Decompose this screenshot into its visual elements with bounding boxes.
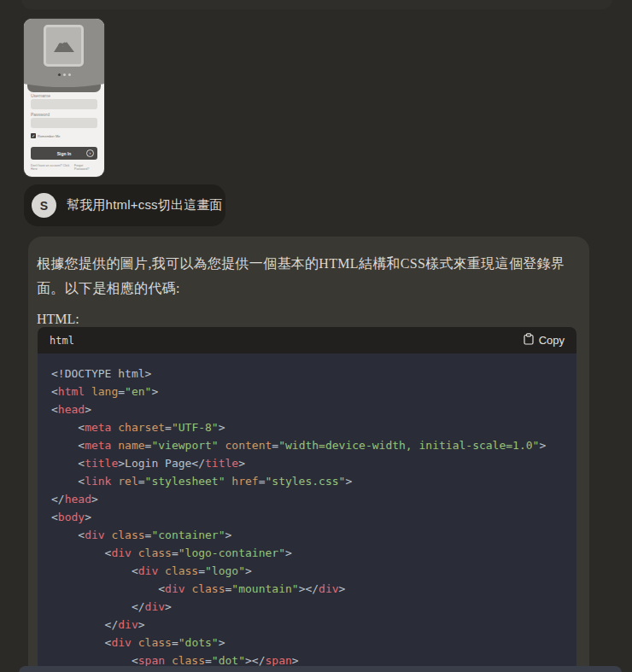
username-label: Username: [31, 93, 104, 98]
copy-button-label: Copy: [539, 334, 565, 347]
signin-button: Sign In ›: [31, 147, 97, 160]
code-line: <head>: [51, 400, 563, 418]
code-intro-label: HTML:: [37, 312, 579, 327]
username-field: [31, 99, 97, 109]
code-language-label: html: [50, 335, 74, 347]
copy-button[interactable]: Copy: [524, 333, 565, 348]
code-block-header: html Copy: [38, 327, 576, 354]
thumbnail-login-form: Username Password ✓ Remember Me Sign In …: [24, 91, 104, 171]
response-paragraph: 根據您提供的圖片,我可以為您提供一個基本的HTML結構和CSS樣式來重現這個登錄…: [37, 251, 579, 301]
code-line: <meta name="viewport" content="width=dev…: [51, 436, 563, 454]
code-block: html Copy <!DOCTYPE html><html lang="en"…: [38, 327, 576, 672]
thumbnail-image-placeholder: [44, 25, 84, 67]
code-line: <div class="logo">: [51, 562, 563, 580]
assistant-response-card: 根據您提供的圖片,我可以為您提供一個基本的HTML結構和CSS樣式來重現這個登錄…: [28, 237, 589, 672]
carousel-dots: [24, 73, 104, 79]
arrow-circle-icon: ›: [86, 149, 94, 157]
chat-input-bar[interactable]: [19, 666, 622, 672]
remember-row: ✓ Remember Me: [31, 133, 104, 138]
clipboard-icon: [524, 333, 534, 348]
code-line: </div>: [51, 598, 563, 616]
thumbnail-footer: Don't have an account? Click Here Forgot…: [31, 164, 97, 171]
password-field: [31, 118, 97, 128]
code-line: <div class="mountain"></div>: [51, 580, 563, 598]
signin-label: Sign In: [57, 151, 72, 156]
carousel-dot: [68, 73, 71, 76]
remember-checkbox: ✓: [31, 133, 36, 138]
carousel-dot: [63, 73, 66, 76]
signup-link-text: Don't have an account? Click Here: [31, 164, 74, 171]
code-line: <meta charset="UTF-8">: [51, 418, 563, 436]
code-line: <body>: [51, 508, 563, 526]
previous-message-cutoff: [21, 0, 612, 9]
user-message-bubble: S 幫我用html+css切出這畫面: [24, 184, 225, 226]
mountain-icon: [46, 27, 81, 64]
forgot-password-text: Forgot Password?: [74, 164, 97, 171]
code-line: <!DOCTYPE html>: [51, 365, 563, 383]
code-line: <html lang="en">: [51, 383, 563, 400]
avatar: S: [32, 193, 56, 218]
carousel-dot: [58, 73, 61, 76]
remember-label: Remember Me: [38, 134, 60, 138]
code-line: <div class="dots">: [51, 634, 563, 652]
password-label: Password: [31, 112, 104, 117]
code-body[interactable]: <!DOCTYPE html><html lang="en"><head> <m…: [38, 354, 576, 672]
attachment-thumbnail[interactable]: Username Password ✓ Remember Me Sign In …: [24, 19, 104, 177]
user-message-text: 幫我用html+css切出這畫面: [67, 197, 223, 213]
code-line: <link rel="stylesheet" href="styles.css"…: [51, 472, 563, 490]
code-line: <title>Login Page</title>: [51, 454, 563, 472]
chat-page: Username Password ✓ Remember Me Sign In …: [0, 0, 632, 672]
code-line: </head>: [51, 490, 563, 508]
code-line: <div class="container">: [51, 526, 563, 544]
code-line: </div>: [51, 616, 563, 634]
code-line: <div class="logo-container">: [51, 544, 563, 562]
